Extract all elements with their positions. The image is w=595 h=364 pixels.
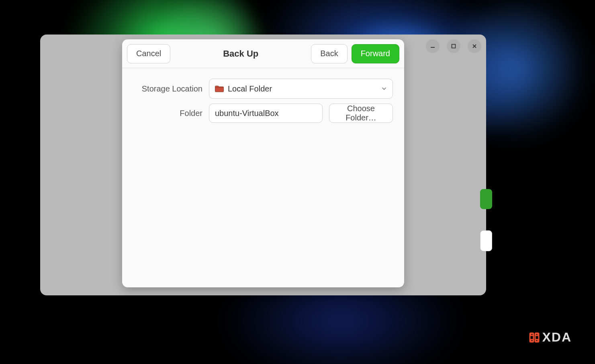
- svg-rect-1: [452, 45, 456, 48]
- svg-rect-5: [535, 333, 539, 342]
- xda-logo-icon: [528, 331, 540, 344]
- obscured-primary-button: [480, 189, 492, 209]
- storage-location-dropdown[interactable]: Local Folder: [209, 79, 393, 99]
- storage-location-row: Storage Location Local Folder: [133, 79, 393, 99]
- maximize-icon: [451, 43, 456, 49]
- folder-row: Folder Choose Folder…: [133, 104, 393, 123]
- close-button[interactable]: [468, 39, 481, 53]
- folder-input[interactable]: [209, 104, 323, 123]
- back-button[interactable]: Back: [311, 44, 347, 63]
- dialog-body: Storage Location Local Folder Folder Cho…: [122, 68, 404, 133]
- obscured-secondary-button: [480, 230, 492, 251]
- storage-location-label: Storage Location: [133, 84, 202, 94]
- xda-watermark: XDA: [528, 330, 572, 345]
- storage-location-value: Local Folder: [228, 84, 377, 94]
- folder-label: Folder: [133, 109, 202, 118]
- cancel-button[interactable]: Cancel: [127, 44, 170, 63]
- svg-rect-4: [530, 333, 534, 342]
- forward-button[interactable]: Forward: [352, 44, 399, 63]
- xda-watermark-text: XDA: [542, 330, 572, 345]
- backup-dialog: Cancel Back Up Back Forward Storage Loca…: [122, 39, 404, 287]
- minimize-button[interactable]: [426, 39, 440, 53]
- maximize-button[interactable]: [447, 39, 460, 53]
- folder-icon: [215, 85, 224, 92]
- choose-folder-button[interactable]: Choose Folder…: [329, 104, 393, 123]
- chevron-down-icon: [381, 86, 387, 92]
- dialog-header: Cancel Back Up Back Forward: [122, 39, 404, 68]
- close-icon: [472, 43, 477, 49]
- dialog-title: Back Up: [174, 49, 307, 59]
- minimize-icon: [430, 43, 436, 49]
